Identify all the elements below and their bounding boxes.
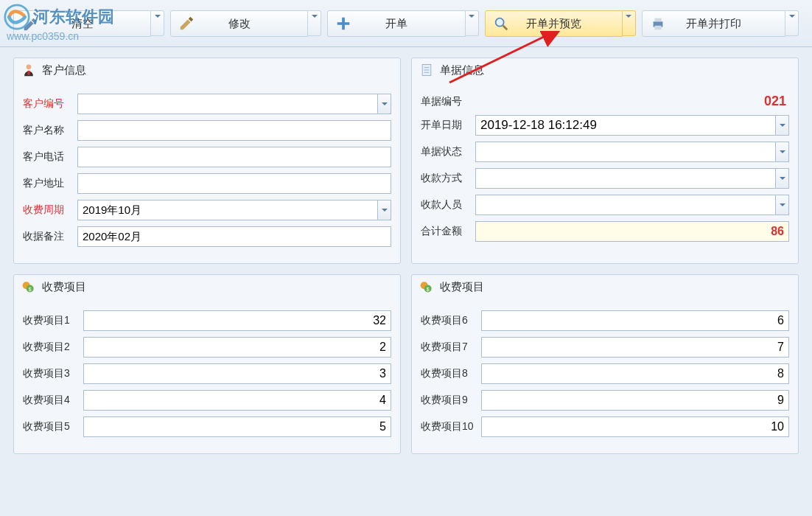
create-preview-split[interactable] [623, 10, 636, 36]
coins-icon: $ [419, 279, 434, 294]
modify-split[interactable] [308, 10, 321, 36]
fee-item-input[interactable] [481, 416, 789, 437]
fee-item-label: 收费项目7 [421, 341, 475, 354]
clear-icon [21, 15, 38, 32]
fee-item-label: 收费项目2 [23, 341, 77, 354]
create-print-split[interactable] [785, 10, 799, 36]
fee-period-dropdown[interactable] [378, 200, 391, 220]
doc-status-label: 单据状态 [421, 145, 469, 158]
doc-no-label: 单据编号 [421, 95, 469, 108]
fee-item-input[interactable] [83, 337, 391, 358]
pencil-icon [178, 15, 195, 32]
fee-period-label: 收费周期 [23, 203, 71, 217]
customer-code-input[interactable] [77, 94, 378, 114]
person-icon [21, 63, 36, 77]
fee-item-label: 收费项目5 [23, 420, 77, 433]
create-preview-label: 开单并预览 [526, 17, 581, 31]
fee-right-title: 收费项目 [440, 280, 484, 294]
fee-left-body: 收费项目1 收费项目2 收费项目3 收费项目4 收费项目5 [14, 299, 400, 453]
fee-right-body: 收费项目6 收费项目7 收费项目8 收费项目9 收费项目10 [412, 299, 798, 453]
document-panel: 单据信息 单据编号 021 开单日期 单据状态 [411, 57, 799, 264]
fee-left-title: 收费项目 [42, 280, 86, 294]
customer-address-input[interactable] [77, 173, 391, 194]
svg-rect-5 [654, 26, 661, 30]
fee-item-input[interactable] [83, 310, 391, 331]
plus-icon [335, 15, 351, 32]
coins-icon: $ [21, 279, 36, 294]
fee-item-input[interactable] [83, 390, 391, 411]
document-icon [419, 63, 434, 77]
svg-text:$: $ [427, 287, 430, 292]
customer-code-dropdown[interactable] [378, 94, 391, 114]
clear-button[interactable]: 清空 [13, 10, 151, 37]
modify-button[interactable]: 修改 [170, 10, 308, 37]
fee-item-label: 收费项目9 [421, 394, 475, 407]
total-value [475, 221, 789, 242]
pay-method-input[interactable] [475, 168, 776, 189]
svg-point-6 [27, 65, 32, 70]
svg-rect-4 [654, 18, 661, 22]
svg-point-2 [495, 18, 503, 27]
pay-method-label: 收款方式 [421, 172, 469, 185]
svg-rect-7 [27, 71, 29, 75]
fee-item-input[interactable] [481, 390, 789, 411]
create-split[interactable] [466, 10, 479, 36]
doc-status-dropdown[interactable] [776, 142, 789, 162]
customer-code-label: 客户编号 [23, 97, 71, 111]
cashier-dropdown[interactable] [776, 195, 789, 215]
cashier-input[interactable] [475, 195, 776, 215]
create-print-label: 开单并打印 [686, 17, 741, 31]
doc-date-input[interactable] [475, 115, 776, 136]
fee-item-label: 收费项目3 [23, 367, 77, 380]
doc-status-input[interactable] [475, 142, 776, 162]
fee-item-input[interactable] [481, 337, 789, 358]
create-button[interactable]: 开单 [327, 10, 465, 37]
fee-left-panel: $ 收费项目 收费项目1 收费项目2 收费项目3 收费项目4 收费项目5 [13, 274, 401, 454]
fee-item-label: 收费项目6 [421, 314, 475, 327]
fee-period-input[interactable] [77, 200, 378, 220]
pay-method-dropdown[interactable] [776, 168, 789, 189]
fee-item-label: 收费项目4 [23, 394, 77, 407]
fee-item-input[interactable] [481, 363, 789, 384]
customer-address-label: 客户地址 [23, 177, 71, 190]
total-label: 合计金额 [421, 225, 469, 238]
customer-panel: 客户信息 客户编号 客户名称 客户电话 [13, 57, 401, 264]
fee-item-input[interactable] [83, 363, 391, 384]
fee-right-panel: $ 收费项目 收费项目6 收费项目7 收费项目8 收费项目9 收费项目10 [411, 274, 799, 454]
doc-date-dropdown[interactable] [776, 115, 789, 136]
main-grid: 客户信息 客户编号 客户名称 客户电话 [0, 47, 812, 464]
create-preview-button[interactable]: 开单并预览 [485, 10, 623, 37]
printer-icon [650, 15, 666, 32]
cashier-label: 收款人员 [421, 198, 469, 212]
customer-name-label: 客户名称 [23, 124, 71, 137]
toolbar: 清空 修改 开单 开单并预览 [0, 0, 812, 47]
modify-label: 修改 [228, 17, 251, 31]
receipt-remark-label: 收据备注 [23, 230, 71, 243]
clear-split[interactable] [151, 10, 164, 36]
magnifier-icon [493, 15, 509, 32]
receipt-remark-input[interactable] [77, 226, 391, 247]
fee-item-label: 收费项目1 [23, 314, 77, 327]
doc-no-value: 021 [475, 94, 789, 109]
fee-item-label: 收费项目8 [421, 367, 475, 380]
customer-phone-input[interactable] [77, 147, 391, 167]
customer-panel-title: 客户信息 [42, 63, 86, 77]
customer-name-input[interactable] [77, 120, 391, 141]
create-print-button[interactable]: 开单并打印 [642, 10, 785, 37]
svg-text:$: $ [29, 287, 32, 292]
create-label: 开单 [385, 17, 407, 31]
fee-item-label: 收费项目10 [421, 420, 475, 433]
doc-date-label: 开单日期 [421, 119, 469, 132]
fee-item-input[interactable] [481, 310, 789, 331]
fee-item-input[interactable] [83, 416, 391, 437]
customer-phone-label: 客户电话 [23, 150, 71, 164]
clear-label: 清空 [71, 17, 94, 31]
document-panel-title: 单据信息 [440, 63, 484, 77]
